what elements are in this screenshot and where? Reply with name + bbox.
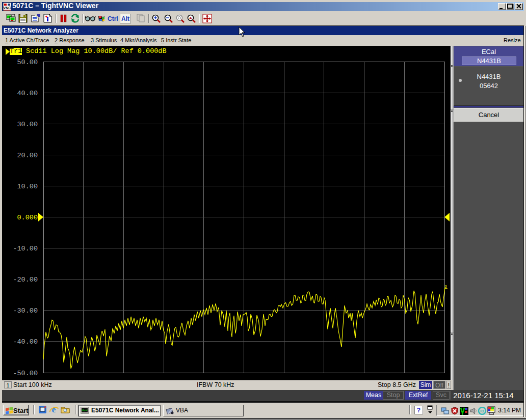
svg-text:20.00: 20.00 — [17, 152, 38, 159]
svg-text:-50.00: -50.00 — [13, 370, 38, 377]
svg-text:A: A — [189, 16, 192, 20]
svg-text:10.00: 10.00 — [17, 183, 38, 190]
svg-text:-20.00: -20.00 — [13, 276, 38, 284]
svg-text:30.00: 30.00 — [17, 121, 38, 128]
svg-text:-10.00: -10.00 — [13, 245, 38, 253]
svg-text:50.00: 50.00 — [17, 59, 38, 66]
svg-text:-30.00: -30.00 — [13, 307, 38, 315]
svg-text:0.000: 0.000 — [17, 214, 38, 221]
svg-text:VNC: VNC — [4, 6, 11, 10]
svg-text:IO: IO — [480, 409, 484, 413]
svg-text:-40.00: -40.00 — [13, 338, 38, 346]
svg-text:1: 1 — [444, 284, 448, 290]
svg-text:e: e — [52, 405, 56, 414]
svg-text:40.00: 40.00 — [17, 90, 38, 97]
